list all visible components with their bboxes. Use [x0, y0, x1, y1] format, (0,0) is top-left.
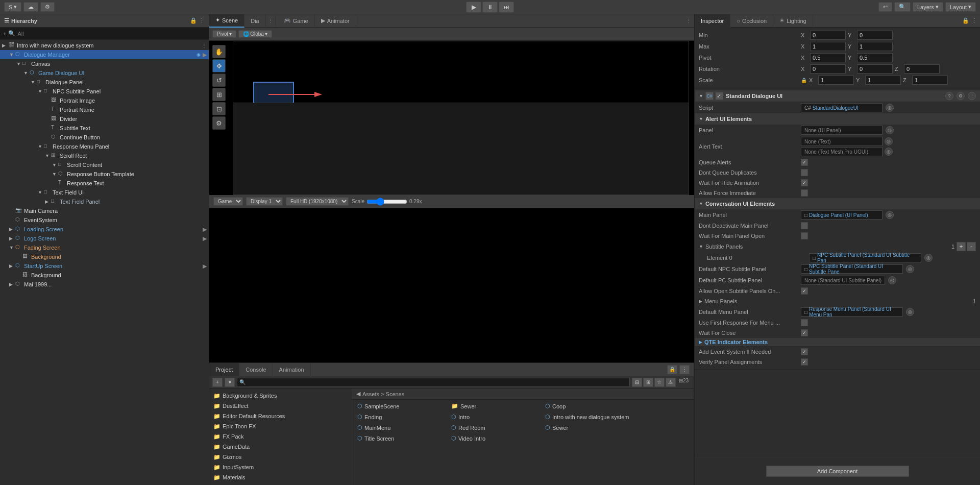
hierarchy-search-input[interactable] — [17, 31, 206, 37]
display-select[interactable]: Game — [213, 197, 243, 206]
hierarchy-item-canvas[interactable]: ▼ □ Canvas — [0, 59, 209, 68]
hierarchy-item-npc-subtitle-panel[interactable]: ▼ □ NPC Subtitle Panel — [0, 87, 209, 96]
rotation-z-input[interactable] — [904, 64, 940, 74]
element0-pick-btn[interactable]: ◎ — [924, 254, 933, 262]
hierarchy-item-dialogue-panel[interactable]: ▼ □ Dialogue Panel — [0, 78, 209, 87]
inspector-tab-inspector[interactable]: Inspector — [695, 14, 730, 28]
verify-panel-checkbox[interactable] — [801, 358, 808, 366]
warning-btn[interactable]: ⚠ — [666, 378, 676, 387]
ft-item-playersdata[interactable]: 📁 PlayersData — [209, 482, 352, 485]
file-item-coop[interactable]: ⬡ Coop — [542, 402, 634, 410]
hierarchy-item-scene[interactable]: ▶ 🎬 Intro with new dialogue system ⋮ — [0, 41, 209, 50]
file-item-samplescene[interactable]: ⬡ SampleScene — [354, 402, 446, 410]
scale-tool[interactable]: ⊞ — [212, 88, 226, 101]
subtitle-panels-expand[interactable]: ▼ — [699, 244, 703, 249]
min-x-input[interactable] — [810, 31, 846, 40]
pivot-button[interactable]: Pivot ▾ — [212, 30, 236, 38]
max-x-input[interactable] — [810, 42, 846, 51]
more-icon[interactable]: ⋮ — [199, 17, 205, 24]
tab-project[interactable]: Project — [209, 363, 239, 376]
alert-ui-section-header[interactable]: ▼ Alert UI Elements — [695, 113, 980, 125]
ft-item-background[interactable]: 📁 Background & Sprites — [209, 391, 352, 401]
wait-for-close-checkbox[interactable] — [801, 329, 808, 336]
subtitle-panels-remove-btn[interactable]: - — [967, 242, 976, 251]
hierarchy-item-game-dialogue-ui[interactable]: ▼ ⬡ Game Dialogue UI — [0, 68, 209, 78]
hierarchy-item-main-camera[interactable]: 📷 Main Camera — [0, 206, 209, 215]
hierarchy-item-text-field-panel[interactable]: ▶ □ Text Field Panel — [0, 197, 209, 206]
add-component-button[interactable]: Add Component — [766, 466, 909, 477]
conversation-ui-section-header[interactable]: ▼ Conversation UI Elements — [695, 198, 980, 209]
allow-open-checkbox[interactable] — [801, 287, 808, 295]
scale-y-input[interactable] — [865, 76, 901, 85]
pause-button[interactable]: ⏸ — [482, 2, 498, 13]
panel-pick-btn[interactable]: ◎ — [886, 126, 894, 134]
star-btn[interactable]: ☆ — [654, 378, 665, 387]
settings-button[interactable]: ⚙ — [40, 2, 55, 12]
hierarchy-item-logo-screen[interactable]: ▶ ⬡ Logo Screen ▶ — [0, 234, 209, 243]
undo-button[interactable]: ↩ — [878, 2, 892, 12]
rect-tool[interactable]: ⊡ — [212, 102, 226, 115]
hierarchy-item-event-system[interactable]: ⬡ EventSystem — [0, 215, 209, 225]
file-item-ending[interactable]: ⬡ Ending — [354, 413, 446, 421]
hierarchy-item-dialogue-manager[interactable]: ▼ ⬡ Dialogue Manager ◉ ▶ — [0, 50, 209, 59]
wait-main-panel-checkbox[interactable] — [801, 232, 808, 239]
scene-menu-icon[interactable]: ⋮ — [202, 43, 207, 48]
hierarchy-item-startup-screen[interactable]: ▶ ⬡ StartUp Screen ▶ — [0, 261, 209, 271]
script-pick-btn[interactable]: ◎ — [886, 104, 894, 112]
add-event-system-checkbox[interactable] — [801, 348, 808, 355]
more-inspector-btn[interactable]: ⋮ — [971, 17, 977, 24]
hierarchy-item-portrait-name[interactable]: T Portrait Name — [0, 105, 209, 114]
hierarchy-item-response-button-template[interactable]: ▼ ⬡ Response Button Template — [0, 169, 209, 179]
rotation-y-input[interactable] — [857, 64, 893, 74]
file-item-titlescreen[interactable]: ⬡ Title Screen — [354, 434, 446, 443]
hand-tool[interactable]: ✋ — [212, 45, 226, 58]
tab-animator[interactable]: ▶ Animator — [315, 14, 356, 28]
tab-console[interactable]: Console — [239, 363, 273, 376]
queue-alerts-checkbox[interactable] — [801, 159, 808, 166]
rotation-x-input[interactable] — [810, 64, 846, 74]
file-item-mainmenu[interactable]: ⬡ MainMenu — [354, 423, 446, 432]
wait-hide-anim-checkbox[interactable] — [801, 179, 808, 186]
lock-inspector-btn[interactable]: 🔒 — [962, 17, 969, 24]
move-tool[interactable]: ✥ — [212, 59, 226, 72]
lock-panel-btn[interactable]: 🔒 — [667, 365, 677, 374]
ft-item-fxpack[interactable]: 📁 FX Pack — [209, 431, 352, 442]
collapse-arrow[interactable]: ▼ — [699, 93, 703, 99]
tab-options-btn[interactable]: ⋮ — [686, 18, 694, 23]
default-menu-pick-btn[interactable]: ◎ — [906, 308, 914, 316]
scale-z-input[interactable] — [912, 76, 948, 85]
global-button[interactable]: 🌐 Globa ▾ — [238, 30, 272, 38]
display-number-select[interactable]: Display 1 — [246, 197, 283, 206]
pivot-y-input[interactable] — [857, 53, 893, 62]
use-first-response-checkbox[interactable] — [801, 319, 808, 326]
dont-deactivate-checkbox[interactable] — [801, 222, 808, 229]
dont-queue-checkbox[interactable] — [801, 169, 808, 176]
hierarchy-item-mai1999[interactable]: ▶ ⬡ Mai 1999... — [0, 280, 209, 289]
file-item-intro[interactable]: ⬡ Intro — [448, 413, 540, 421]
project-search-input[interactable] — [246, 379, 297, 385]
play-button[interactable]: ▶ — [466, 2, 481, 13]
hierarchy-item-background-fading[interactable]: 🖼 Background — [0, 252, 209, 261]
max-y-input[interactable] — [857, 42, 893, 51]
file-item-sewer-folder[interactable]: 📁 Sewer — [448, 402, 540, 410]
ft-item-epictoon[interactable]: 📁 Epic Toon FX — [209, 421, 352, 431]
expand-right-icon[interactable]: ▶ — [203, 235, 207, 242]
lock-icon[interactable]: 🔒 — [190, 17, 197, 24]
expand-right-icon[interactable]: ▶ — [203, 52, 207, 58]
script-ref[interactable]: C# StandardDialogueUI — [801, 103, 883, 112]
tab-game[interactable]: 🎮 Game — [278, 14, 315, 28]
default-npc-pick-btn[interactable]: ◎ — [906, 265, 914, 273]
tab-animation[interactable]: Animation — [273, 363, 311, 376]
default-pc-pick-btn[interactable]: ◎ — [888, 276, 896, 284]
ft-item-gamedata[interactable]: 📁 GameData — [209, 442, 352, 452]
main-panel-ref[interactable]: □ Dialogue Panel (UI Panel) — [801, 210, 883, 220]
path-back-btn[interactable]: ◀ — [356, 391, 360, 397]
ft-item-editor[interactable]: 📁 Editor Default Resources — [209, 411, 352, 421]
pivot-x-input[interactable] — [810, 53, 846, 62]
alert-text-pick-btn1[interactable]: ◎ — [885, 137, 893, 146]
subtitle-panels-add-btn[interactable]: + — [957, 242, 966, 251]
view-btn1[interactable]: ⊟ — [632, 378, 642, 387]
panel-ref[interactable]: None (UI Panel) — [801, 126, 883, 135]
hierarchy-item-text-field-ui[interactable]: ▼ □ Text Field UI — [0, 188, 209, 197]
ft-item-inputsystem[interactable]: 📁 InputSystem — [209, 462, 352, 472]
